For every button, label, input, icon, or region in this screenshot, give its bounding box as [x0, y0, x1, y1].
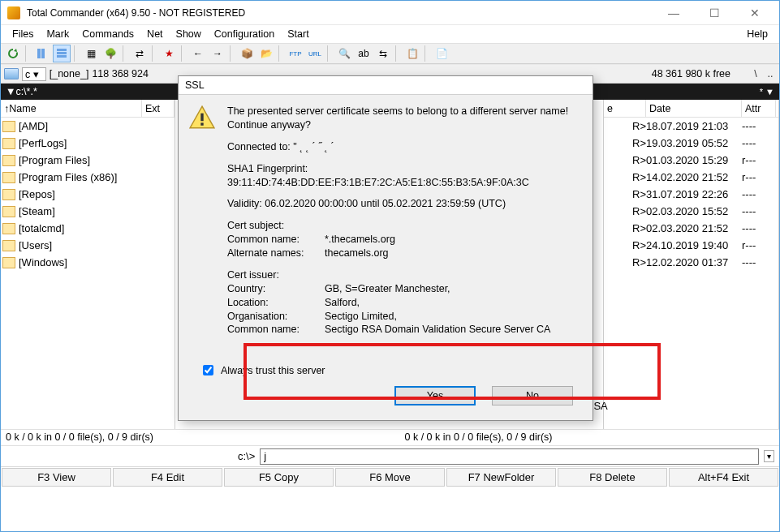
folder-icon [2, 155, 15, 166]
list-item[interactable]: R>02.03.2020 15:52---- [604, 203, 778, 220]
search-icon[interactable]: 🔍 [335, 45, 353, 62]
menu-commands[interactable]: Commands [75, 27, 140, 41]
titlebar: Total Commander (x64) 9.50 - NOT REGISTE… [1, 1, 779, 25]
minimize-button[interactable]: — [656, 2, 692, 24]
swap-icon[interactable]: ⇄ [131, 45, 149, 62]
list-item[interactable]: R>19.03.2019 05:52---- [604, 135, 778, 152]
always-trust-checkbox[interactable] [203, 365, 213, 375]
view-brief-icon[interactable] [33, 45, 51, 62]
folder-icon [2, 138, 15, 149]
list-item[interactable]: [Repos] [1, 186, 175, 203]
file-attr: ---- [742, 205, 776, 217]
list-item[interactable]: R>01.03.2020 15:29r--- [604, 152, 778, 169]
drive-icon[interactable] [4, 68, 19, 79]
copy-names-icon[interactable]: 📋 [403, 45, 421, 62]
file-attr: ---- [742, 137, 776, 149]
menu-show[interactable]: Show [170, 27, 208, 41]
back-icon[interactable]: ← [189, 45, 207, 62]
sync-icon[interactable]: ⇆ [374, 45, 392, 62]
list-item[interactable]: [Windows] [1, 254, 175, 271]
file-date: 14.02.2020 21:52 [646, 171, 742, 183]
ssl-dialog: SSL The presented server certificate see… [178, 75, 593, 421]
menu-net[interactable]: Net [140, 27, 169, 41]
left-file-list[interactable]: [AMD][PerfLogs][Program Files][Program F… [1, 118, 175, 429]
menu-files[interactable]: Files [6, 27, 40, 41]
yes-button[interactable]: Yes [394, 386, 476, 405]
folder-icon [2, 240, 15, 251]
f8-delete[interactable]: F8 Delete [558, 468, 667, 487]
multirename-icon[interactable]: ab [355, 45, 373, 62]
drive-info-right: 48 361 980 k free [652, 68, 730, 79]
pack-icon[interactable]: 📦 [238, 45, 256, 62]
svg-rect-6 [200, 122, 203, 125]
col-name[interactable]: ↑Name [1, 100, 142, 117]
unpack-icon[interactable]: 📂 [257, 45, 275, 62]
menu-help[interactable]: Help [740, 27, 774, 41]
menu-mark[interactable]: Mark [40, 27, 75, 41]
file-size: R> [604, 120, 646, 132]
list-item[interactable]: [Steam] [1, 203, 175, 220]
col-date[interactable]: Date [646, 100, 742, 117]
list-item[interactable]: [totalcmd] [1, 220, 175, 237]
folder-icon [2, 257, 15, 268]
thumbnails-icon[interactable]: ▦ [82, 45, 100, 62]
svg-rect-0 [37, 49, 41, 58]
file-date: 18.07.2019 21:03 [646, 120, 742, 132]
cmd-input[interactable] [260, 448, 759, 465]
maximize-button[interactable]: ☐ [696, 2, 732, 24]
file-attr: ---- [742, 120, 776, 132]
notepad-icon[interactable]: 📄 [433, 45, 450, 62]
close-button[interactable]: ✕ [737, 2, 773, 24]
list-item[interactable]: [Program Files] [1, 152, 175, 169]
f5-copy[interactable]: F5 Copy [224, 468, 334, 487]
view-full-icon[interactable] [53, 45, 71, 62]
list-item[interactable]: R>24.10.2019 19:40r--- [604, 237, 778, 254]
list-item[interactable]: R>02.03.2020 21:52---- [604, 220, 778, 237]
f6-move[interactable]: F6 Move [335, 468, 445, 487]
svg-rect-4 [57, 55, 67, 58]
file-name: [Steam] [19, 205, 55, 217]
f4-edit[interactable]: F4 Edit [113, 468, 222, 487]
list-item[interactable]: [AMD] [1, 118, 175, 135]
altf4-exit[interactable]: Alt+F4 Exit [669, 468, 778, 487]
file-name: [AMD] [19, 120, 48, 132]
list-item[interactable]: [PerfLogs] [1, 135, 175, 152]
tree-icon[interactable]: 🌳 [101, 45, 119, 62]
drive-select-left[interactable]: c ▾ [22, 67, 46, 81]
col-size[interactable]: e [604, 100, 646, 117]
refresh-icon[interactable] [4, 45, 22, 62]
ftp-icon[interactable]: FTP [287, 45, 304, 62]
list-item[interactable]: [Users] [1, 237, 175, 254]
right-file-list[interactable]: R>18.07.2019 21:03----R>19.03.2019 05:52… [604, 118, 778, 429]
folder-icon [2, 206, 15, 217]
svg-rect-5 [200, 114, 203, 122]
always-trust-label: Always trust this server [221, 365, 325, 376]
file-date: 12.02.2020 01:37 [646, 256, 742, 268]
no-button[interactable]: No [492, 386, 573, 405]
invert-icon[interactable]: ★ [160, 45, 178, 62]
dialog-title: SSL [179, 76, 593, 95]
list-item[interactable]: R>31.07.2019 22:26---- [604, 186, 778, 203]
list-item[interactable]: R>12.02.2020 01:37---- [604, 254, 778, 271]
menu-configuration[interactable]: Configuration [208, 27, 281, 41]
list-item[interactable]: [Program Files (x86)] [1, 169, 175, 186]
col-ext[interactable]: Ext [142, 100, 175, 117]
col-attr[interactable]: Attr [742, 100, 776, 117]
file-attr: ---- [742, 222, 776, 234]
menu-start[interactable]: Start [281, 27, 315, 41]
dialog-text: The presented server certificate seems t… [227, 105, 580, 345]
status-bar: 0 k / 0 k in 0 / 0 file(s), 0 / 9 dir(s)… [1, 429, 779, 445]
toolbar: ▦ 🌳 ⇄ ★ ← → 📦 📂 FTP URL 🔍 ab ⇆ 📋 📄 [1, 43, 779, 64]
f7-newfolder[interactable]: F7 NewFolder [446, 468, 556, 487]
f3-view[interactable]: F3 View [2, 468, 111, 487]
forward-icon[interactable]: → [209, 45, 226, 62]
updir-button[interactable]: .. [765, 68, 776, 79]
list-item[interactable]: R>18.07.2019 21:03---- [604, 118, 778, 135]
root-button[interactable]: \ [750, 68, 761, 79]
url-icon[interactable]: URL [306, 45, 324, 62]
cmd-dropdown-icon[interactable]: ▾ [764, 450, 774, 462]
drive-label-left: [_none_] [50, 68, 89, 79]
status-left: 0 k / 0 k in 0 / 0 file(s), 0 / 9 dir(s) [1, 430, 381, 445]
svg-rect-2 [57, 49, 67, 51]
list-item[interactable]: R>14.02.2020 21:52r--- [604, 169, 778, 186]
